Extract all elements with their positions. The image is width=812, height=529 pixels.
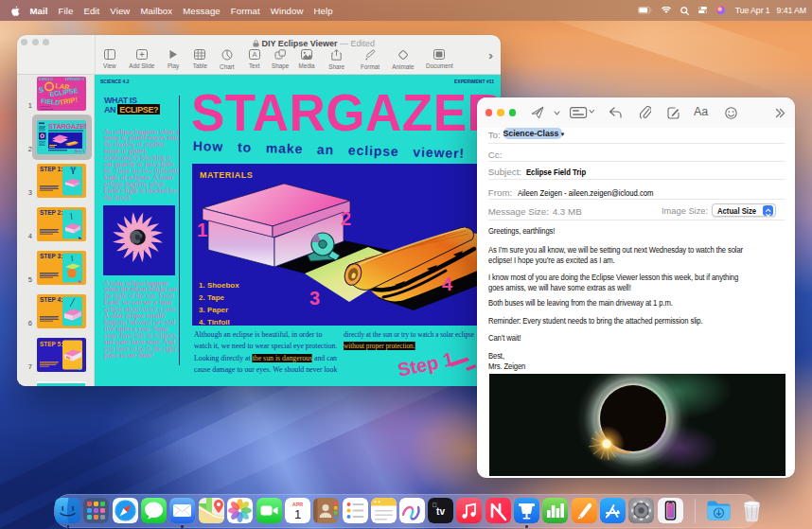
svg-text:1: 1 <box>294 507 301 521</box>
svg-text:STARGAZER: STARGAZER <box>48 122 85 131</box>
svg-text:2. Tape: 2. Tape <box>199 293 225 302</box>
svg-text:A: A <box>252 50 256 59</box>
svg-text:EXPERIMENT #1: EXPERIMENT #1 <box>65 78 85 81</box>
svg-text:APR: APR <box>291 502 303 507</box>
svg-text:4: 4 <box>442 273 453 294</box>
svg-text:STEP 4:: STEP 4: <box>40 296 62 303</box>
svg-text:Step 1: Step 1 <box>75 150 85 153</box>
svg-text:MATERIALS: MATERIALS <box>200 170 253 180</box>
svg-text:1: 1 <box>197 220 207 240</box>
svg-text:Main Driveway: Main Driveway <box>40 108 54 110</box>
svg-text:1. Shoebox: 1. Shoebox <box>199 281 239 290</box>
svg-text:STEP 5:: STEP 5: <box>40 341 62 347</box>
svg-text:STEP 3:: STEP 3: <box>40 253 62 259</box>
svg-text:tv: tv <box>436 506 445 517</box>
svg-text:S: S <box>38 85 45 95</box>
svg-text:SCIENCE 4.1: SCIENCE 4.1 <box>39 78 54 81</box>
svg-text:2: 2 <box>341 208 351 229</box>
svg-text:TRIP!: TRIP! <box>59 96 79 107</box>
svg-text:STEP 1:: STEP 1: <box>40 166 62 172</box>
svg-text:4. Tinfoil: 4. Tinfoil <box>199 318 230 326</box>
svg-text:3. Paper: 3. Paper <box>199 306 228 314</box>
svg-text:STEP 2:: STEP 2: <box>40 209 62 216</box>
svg-text::  <box>432 502 437 508</box>
svg-text:3: 3 <box>309 288 320 309</box>
